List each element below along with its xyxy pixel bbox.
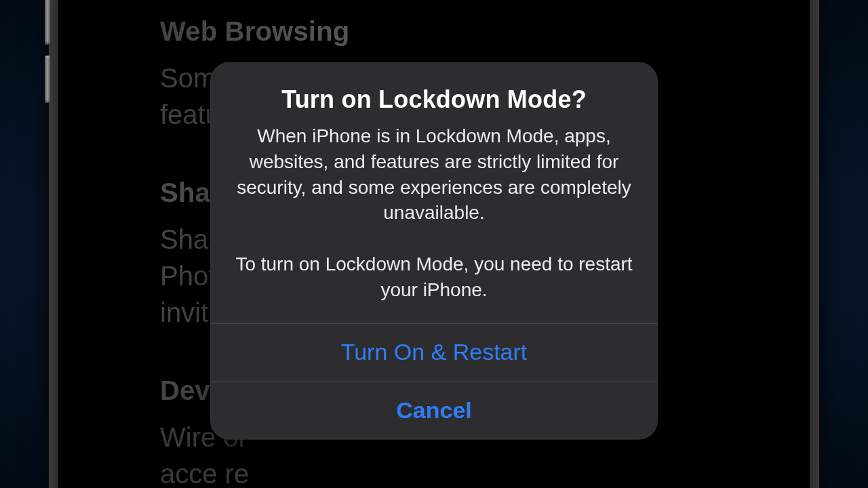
alert-message: When iPhone is in Lockdown Mode, apps, w… xyxy=(233,123,635,303)
section-heading: Web Browsing xyxy=(160,15,708,47)
turn-on-and-restart-button[interactable]: Turn On & Restart xyxy=(210,323,658,381)
alert-body: Turn on Lockdown Mode? When iPhone is in… xyxy=(210,62,658,323)
product-photo-stage: Web Browsing Some complex web technologi… xyxy=(0,0,868,488)
volume-down-button xyxy=(45,56,50,103)
lockdown-mode-alert: Turn on Lockdown Mode? When iPhone is in… xyxy=(210,62,658,440)
iphone-body: Web Browsing Some complex web technologi… xyxy=(49,0,819,488)
iphone-screen: Web Browsing Some complex web technologi… xyxy=(58,0,810,488)
alert-title: Turn on Lockdown Mode? xyxy=(233,85,635,114)
cancel-button[interactable]: Cancel xyxy=(210,382,658,439)
volume-up-button xyxy=(45,0,50,45)
